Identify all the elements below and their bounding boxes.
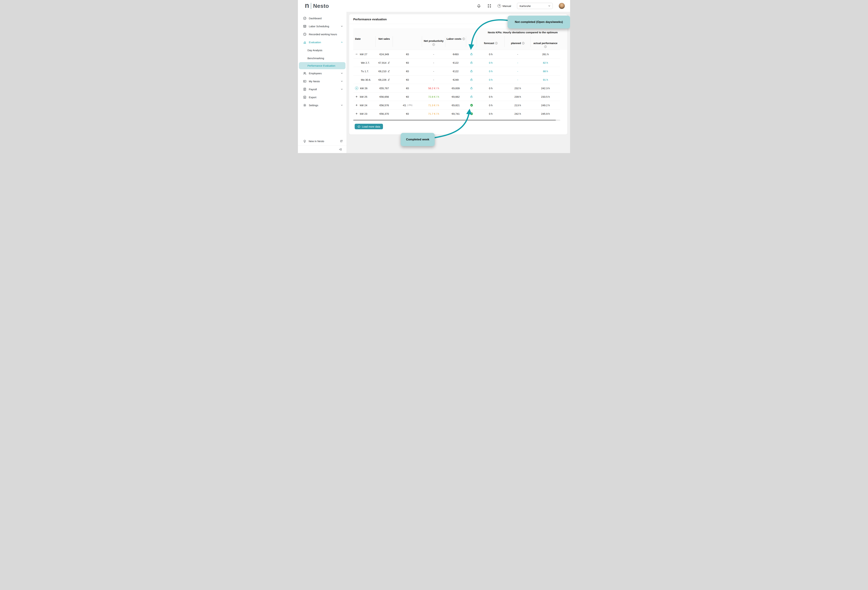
net-productivity-cell: 71.3 € / h (422, 104, 445, 107)
expand-week-button[interactable] (355, 112, 358, 115)
planned-cell: 213 h (505, 104, 531, 107)
sales-delta-cell: €0 (393, 61, 422, 64)
net-productivity-cell: 58.2 € / h (422, 87, 445, 90)
planned-cell: 239 h (505, 95, 531, 98)
sidebar-item-dashboard[interactable]: Dashboard (298, 14, 347, 22)
notifications-button[interactable] (477, 4, 481, 8)
plus-icon (355, 104, 358, 106)
info-icon[interactable] (495, 42, 497, 44)
unlocked-icon[interactable] (470, 70, 473, 72)
info-icon[interactable] (433, 43, 435, 46)
chevron-down-icon (341, 88, 343, 90)
edit-pencil-icon[interactable] (387, 70, 390, 72)
sidebar-item-benchmarking[interactable]: Benchmarking (298, 54, 347, 62)
unlocked-icon[interactable] (470, 95, 473, 98)
forecast-cell: 0 h (477, 61, 505, 64)
completed-check-icon[interactable] (470, 112, 473, 115)
unlocked-icon[interactable] (470, 53, 473, 56)
sidebar-item-payroll[interactable]: Payroll (298, 85, 347, 93)
app-window: n Nesto Manual Karlsruhe (298, 0, 570, 153)
collapse-sidebar-button[interactable] (338, 147, 343, 152)
expand-week-button[interactable] (355, 103, 358, 107)
logo-divider (311, 3, 311, 9)
id-card-icon (303, 80, 306, 83)
sidebar-item-label: Export (309, 96, 316, 99)
sidebar-item-label: Labor Scheduling (309, 25, 329, 28)
sidebar-item-new-in-nesto[interactable]: New in Nesto (298, 137, 347, 145)
chevron-down-icon (341, 80, 343, 83)
sidebar-item-settings[interactable]: Settings (298, 101, 347, 109)
info-icon[interactable] (544, 46, 547, 48)
location-value: Karlsruhe (520, 4, 531, 7)
external-link-icon (340, 140, 343, 143)
unlocked-icon[interactable] (470, 87, 473, 90)
topbar: n Nesto Manual Karlsruhe (298, 0, 570, 12)
sidebar-item-label: Dashboard (309, 17, 322, 20)
sidebar-item-label: Recorded working hours (309, 33, 337, 36)
net-sales-cell: €56,576 (375, 104, 393, 107)
table-row-week-kw27: kW 27 €24,349 €0 - €493 0 h - 261 h (353, 50, 560, 58)
date-cell: kW 23 (360, 112, 368, 115)
horizontal-scrollbar-thumb[interactable] (353, 119, 556, 121)
annotation-completed-week: Completed week (401, 133, 435, 146)
col-header-net-productivity: Net productivity (422, 28, 445, 50)
actual-cell: 242.3 h (531, 87, 560, 90)
planned-cell: - (505, 70, 531, 73)
plus-icon (355, 112, 358, 115)
fullscreen-icon (488, 4, 491, 7)
date-cell: kW 24 (360, 104, 368, 107)
sidebar-item-performance-evaluation[interactable]: Performance Evaluation (299, 62, 345, 69)
expand-week-button[interactable] (355, 87, 358, 90)
col-header-actual-performance: actual performance (531, 28, 560, 50)
completed-check-icon[interactable] (470, 104, 473, 107)
sidebar-item-employees[interactable]: Employees (298, 69, 347, 77)
user-avatar[interactable] (559, 3, 565, 9)
unlocked-icon[interactable] (470, 61, 473, 64)
info-icon[interactable] (522, 42, 524, 44)
load-more-data-button[interactable]: Load more data (355, 124, 383, 129)
bell-icon (477, 4, 481, 8)
net-productivity-cell: 71.7 € / h (422, 112, 445, 115)
forecast-cell: 0 h (477, 78, 505, 81)
sidebar-item-my-nesto[interactable]: My Nesto (298, 77, 347, 85)
sidebar-item-evaluation[interactable]: Evaluation (298, 38, 347, 46)
help-icon (497, 4, 501, 7)
forecast-cell: 0 h (477, 112, 505, 115)
date-cell: We 2.7. (361, 61, 370, 64)
location-select[interactable]: Karlsruhe (517, 3, 553, 9)
chevron-down-icon (341, 104, 343, 106)
bar-chart-icon (303, 41, 306, 44)
net-sales-cell: €7,914 (378, 61, 387, 64)
date-cell: kW 26 (360, 87, 368, 90)
sidebar-item-labor-scheduling[interactable]: Labor Scheduling (298, 22, 347, 30)
net-productivity-cell: - (422, 70, 445, 73)
collapse-sidebar-icon (339, 148, 342, 151)
info-icon[interactable] (462, 38, 465, 40)
sidebar-item-day-analysis[interactable]: Day Analysis (298, 46, 347, 54)
fullscreen-button[interactable] (487, 4, 492, 8)
manual-button[interactable]: Manual (497, 4, 511, 7)
sidebar-item-recorded-working-hours[interactable]: Recorded working hours (298, 30, 347, 38)
edit-pencil-icon[interactable] (387, 78, 390, 81)
minus-icon (355, 53, 358, 55)
table-row-day-we27: We 2.7. €7,914 €0 - €122 0 h - 82 h (353, 58, 560, 67)
planned-cell: - (505, 53, 531, 56)
actual-cell: 249.2 h (531, 104, 560, 107)
table-row-week-kw23: kW 23 €56,370 €0 71.7 € / h €9,741 0 h 2… (353, 109, 560, 118)
sidebar-item-label: Benchmarking (307, 57, 324, 60)
logo-mark: n (305, 2, 309, 9)
collapse-week-button[interactable] (355, 53, 358, 56)
expand-week-button[interactable] (355, 95, 358, 98)
sidebar-item-label: Evaluation (309, 41, 321, 44)
labor-costs-cell: €249 (445, 78, 466, 81)
unlocked-icon[interactable] (470, 78, 473, 81)
table-row-day-mo306: Mo 30.6. €8,226 €0 - €249 0 h - 91 h (353, 75, 560, 84)
forecast-cell: 0 h (477, 70, 505, 73)
sidebar-item-label: Payroll (309, 88, 317, 91)
edit-pencil-icon[interactable] (387, 62, 390, 64)
col-header-labor-costs: Labor costs (445, 28, 466, 50)
chevron-down-icon (341, 72, 343, 74)
table-row-week-kw26: kW 26 €55,767 €0 58.2 € / h €9,839 0 h 2… (353, 84, 560, 92)
labor-costs-cell: €9,839 (445, 87, 466, 90)
sidebar-item-export[interactable]: Export (298, 93, 347, 101)
